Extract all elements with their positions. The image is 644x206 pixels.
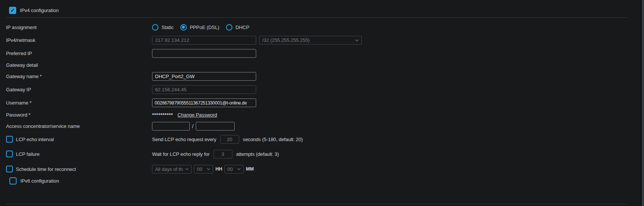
gateway-detail-row: Gateway detail [0,62,638,68]
ipv4-netmask-label: IPv4/netmask [6,37,35,43]
checkmark-icon: ✓ [11,8,15,13]
masked-password-text: ********** [152,112,173,118]
schedule-reconnect-row: ✓ Schedule time for reconnect All days o… [0,164,638,174]
lcp-echo-suffix-text: seconds (5-180, default: 20) [243,137,303,142]
radio-option-dhcp[interactable]: DHCP [226,24,249,31]
service-name-input[interactable] [196,122,235,131]
top-divider [6,17,627,18]
radio-label-pppoe[interactable]: PPPoE (DSL) [190,25,219,30]
schedule-hour-select: 00 [194,165,213,174]
scrollbar-thumb[interactable] [642,0,644,206]
ipv4-configuration-row: ✓ IPv4 configuration [0,6,638,14]
ip-assignment-label: IP assignment [6,25,37,30]
schedule-reconnect-label[interactable]: Schedule time for reconnect [16,166,76,172]
lcp-failure-suffix-text: attempts (default: 3) [236,151,279,157]
preferred-ip-input[interactable] [152,49,256,58]
chevron-down-icon [207,168,210,170]
change-password-link[interactable]: Change Password [178,112,217,118]
ipv4-configuration-label[interactable]: IPv4 configuration [20,8,58,13]
radio-option-pppoe[interactable]: PPPoE (DSL) [180,24,219,31]
schedule-minute-select: 00 [224,165,244,174]
radio-label-dhcp[interactable]: DHCP [235,25,249,30]
gateway-ip-row: Gateway IP [0,85,638,94]
access-concentrator-input[interactable] [152,122,190,131]
lcp-failure-label[interactable]: LCP failure [16,151,40,157]
lcp-echo-interval-row: ✓ LCP echo interval Send LCP echo reques… [0,135,638,144]
lcp-failure-prefix-text: Wait for LCP echo reply for [152,151,210,157]
gateway-ip-input [152,85,256,94]
gateway-name-input[interactable] [152,72,256,81]
chevron-down-icon [355,39,359,42]
radio-icon[interactable] [226,24,232,31]
access-concentrator-label: Access concentrator/service name [6,123,80,129]
gateway-detail-label: Gateway detail [6,62,38,68]
chevron-down-icon [185,168,189,170]
ipv4-configuration-checkbox[interactable]: ✓ [9,7,16,14]
username-label: Username * [6,100,32,106]
lcp-failure-attempts-input [214,150,232,158]
radio-option-static[interactable]: Static [152,24,174,31]
ip-assignment-row: IP assignment Static PPPoE (DSL) DHCP [0,23,638,31]
radio-label-static[interactable]: Static [161,25,174,30]
lcp-echo-seconds-input [220,135,239,144]
schedule-day-select: All days of the w [152,165,192,174]
gateway-name-label: Gateway name * [6,74,42,79]
schedule-reconnect-checkbox[interactable]: ✓ [6,166,13,172]
access-concentrator-row: Access concentrator/service name / [0,122,638,131]
lcp-echo-prefix-text: Send LCP echo request every [152,137,217,142]
lcp-failure-row: ✓ LCP failure Wait for LCP echo reply fo… [0,149,638,158]
lcp-echo-interval-label[interactable]: LCP echo interval [16,137,54,142]
hh-unit-label: HH [215,166,222,172]
preferred-ip-label: Preferred IP [6,51,32,56]
username-row: Username * [0,98,638,107]
ipv4-address-input [152,36,256,45]
netmask-select: /32 (255.255.255.255) [259,36,362,45]
ipv6-configuration-checkbox[interactable]: ✓ [9,177,17,184]
pppoe-interface-config-panel: ✓ IPv4 configuration IP assignment Stati… [0,0,644,206]
ipv6-configuration-label[interactable]: IPv6 configuration [20,178,59,184]
gateway-name-row: Gateway name * [0,72,638,81]
mm-unit-label: MM [246,166,254,172]
separator-slash: / [192,123,194,129]
radio-icon[interactable] [180,24,187,31]
preferred-ip-row: Preferred IP [0,49,638,58]
lcp-echo-interval-checkbox[interactable]: ✓ [6,136,13,143]
username-input[interactable] [152,98,256,107]
radio-icon[interactable] [152,24,158,31]
bottom-divider [6,204,627,204]
vertical-scrollbar[interactable] [640,0,644,206]
password-label: Password * [6,112,31,118]
ipv4-netmask-row: IPv4/netmask /32 (255.255.255.255) [0,36,638,45]
password-row: Password * ********** Change Password [0,112,638,118]
gateway-ip-label: Gateway IP [6,87,31,92]
lcp-failure-checkbox[interactable]: ✓ [6,151,13,157]
ipv6-configuration-row: ✓ IPv6 configuration [0,177,638,184]
chevron-down-icon [237,168,241,170]
